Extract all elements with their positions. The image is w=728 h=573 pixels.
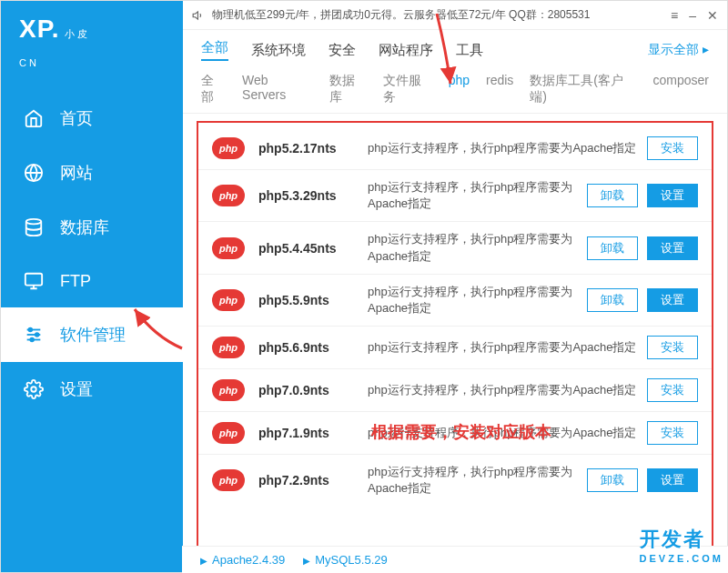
- php-icon: php: [212, 137, 245, 159]
- uninstall-button[interactable]: 卸载: [587, 288, 638, 312]
- sidebar-item-label: 软件管理: [60, 324, 126, 346]
- software-row: phpphp5.2.17ntsphp运行支持程序，执行php程序需要为Apach…: [198, 127, 712, 170]
- subtab-7[interactable]: composer: [653, 73, 709, 106]
- sidebar-item-globe[interactable]: 网站: [1, 146, 183, 200]
- status-bar: Apache2.4.39 MySQL5.5.29: [182, 546, 728, 573]
- action-buttons: 卸载设置: [587, 236, 698, 260]
- config-button[interactable]: 设置: [647, 236, 698, 260]
- sidebar-item-gear[interactable]: 设置: [1, 362, 183, 417]
- sliders-icon: [24, 325, 44, 345]
- monitor-icon: [24, 271, 44, 291]
- software-desc: php运行支持程序，执行php程序需要为Apache指定: [368, 382, 647, 398]
- speaker-icon: [192, 9, 205, 22]
- subtab-6[interactable]: 数据库工具(客户端): [530, 73, 636, 106]
- main-panel: 物理机低至299元/年，拼团成功0元得。云服务器低至72元/年 QQ群：2805…: [183, 1, 727, 572]
- subtab-4[interactable]: php: [449, 73, 470, 106]
- software-row: phpphp5.3.29ntsphp运行支持程序，执行php程序需要为Apach…: [198, 170, 712, 222]
- php-icon: php: [212, 185, 245, 206]
- action-buttons: 安装: [647, 378, 698, 402]
- sidebar: XP.小皮CN 首页网站数据库FTP软件管理设置: [1, 1, 183, 572]
- uninstall-button[interactable]: 卸载: [587, 184, 638, 207]
- sidebar-item-label: 网站: [60, 162, 93, 184]
- action-buttons: 安装: [647, 336, 698, 359]
- svg-point-9: [31, 387, 36, 392]
- tab-4[interactable]: 工具: [456, 42, 483, 59]
- install-button[interactable]: 安装: [647, 421, 698, 445]
- app-window: XP.小皮CN 首页网站数据库FTP软件管理设置 物理机低至299元/年，拼团成…: [0, 0, 728, 573]
- announcement: 物理机低至299元/年，拼团成功0元得。云服务器低至72元/年 QQ群：2805…: [192, 7, 671, 23]
- subtab-2[interactable]: 数据库: [329, 73, 367, 106]
- software-desc: php运行支持程序，执行php程序需要为Apache指定: [368, 425, 647, 441]
- install-button[interactable]: 安装: [647, 378, 698, 402]
- sidebar-item-home[interactable]: 首页: [1, 91, 183, 146]
- install-button[interactable]: 安装: [647, 136, 698, 160]
- uninstall-button[interactable]: 卸载: [587, 468, 638, 492]
- menu-icon[interactable]: ≡: [671, 8, 678, 23]
- subtab-3[interactable]: 文件服务: [383, 73, 432, 106]
- tab-3[interactable]: 网站程序: [379, 42, 433, 59]
- tab-0[interactable]: 全部: [201, 39, 228, 61]
- subtab-1[interactable]: Web Servers: [242, 73, 313, 106]
- software-name: php5.6.9nts: [258, 340, 368, 355]
- sidebar-item-label: FTP: [60, 272, 91, 291]
- sidebar-item-database[interactable]: 数据库: [1, 200, 183, 255]
- sidebar-item-label: 设置: [60, 378, 93, 400]
- svg-rect-2: [25, 274, 42, 286]
- php-icon: php: [212, 337, 245, 358]
- software-row: phpphp7.2.9ntsphp运行支持程序，执行php程序需要为Apache…: [198, 455, 712, 506]
- sidebar-item-monitor[interactable]: FTP: [1, 255, 183, 307]
- software-name: php5.3.29nts: [258, 188, 368, 203]
- software-row: phpphp7.1.9ntsphp运行支持程序，执行php程序需要为Apache…: [198, 412, 712, 455]
- uninstall-button[interactable]: 卸载: [587, 236, 638, 260]
- software-name: php5.5.9nts: [258, 293, 368, 307]
- software-row: phpphp7.0.9ntsphp运行支持程序，执行php程序需要为Apache…: [198, 369, 712, 412]
- software-desc: php运行支持程序，执行php程序需要为Apache指定: [368, 284, 587, 317]
- subtab-5[interactable]: redis: [486, 73, 513, 106]
- action-buttons: 卸载设置: [587, 184, 698, 207]
- software-row: phpphp5.4.45ntsphp运行支持程序，执行php程序需要为Apach…: [198, 222, 712, 274]
- svg-point-1: [26, 219, 42, 225]
- logo: XP.小皮CN: [1, 1, 183, 91]
- tab-2[interactable]: 安全: [329, 42, 356, 59]
- action-buttons: 卸载设置: [587, 468, 698, 492]
- software-name: php5.4.45nts: [258, 241, 368, 256]
- sidebar-item-label: 首页: [60, 107, 93, 129]
- main-tabs: 全部系统环境安全网站程序工具 显示全部 ▸: [183, 30, 727, 65]
- tab-1[interactable]: 系统环境: [251, 42, 306, 59]
- php-icon: php: [212, 237, 245, 259]
- globe-icon: [24, 163, 44, 183]
- action-buttons: 安装: [647, 421, 698, 445]
- software-name: php7.2.9nts: [258, 473, 368, 488]
- config-button[interactable]: 设置: [647, 288, 698, 312]
- database-icon: [24, 217, 44, 237]
- close-icon[interactable]: ✕: [707, 8, 718, 23]
- action-buttons: 安装: [647, 136, 698, 160]
- software-name: php5.2.17nts: [258, 141, 368, 156]
- minimize-icon[interactable]: –: [689, 8, 696, 23]
- subtab-0[interactable]: 全部: [201, 73, 226, 106]
- announcement-text: 物理机低至299元/年，拼团成功0元得。云服务器低至72元/年 QQ群：2805…: [212, 7, 590, 23]
- software-list: phpphp5.2.17ntsphp运行支持程序，执行php程序需要为Apach…: [197, 121, 713, 565]
- svg-point-7: [35, 333, 39, 337]
- software-desc: php运行支持程序，执行php程序需要为Apache指定: [368, 140, 647, 156]
- software-desc: php运行支持程序，执行php程序需要为Apache指定: [368, 231, 587, 264]
- php-icon: php: [212, 379, 245, 401]
- software-desc: php运行支持程序，执行php程序需要为Apache指定: [368, 179, 587, 212]
- sub-tabs: 全部Web Servers数据库文件服务phpredis数据库工具(客户端)co…: [183, 65, 727, 114]
- sidebar-item-label: 数据库: [60, 216, 109, 238]
- nav: 首页网站数据库FTP软件管理设置: [1, 91, 183, 417]
- home-icon: [24, 108, 44, 128]
- php-icon: php: [212, 469, 245, 491]
- service-apache[interactable]: Apache2.4.39: [200, 553, 285, 567]
- action-buttons: 卸载设置: [587, 288, 698, 312]
- config-button[interactable]: 设置: [647, 468, 698, 492]
- software-desc: php运行支持程序，执行php程序需要为Apache指定: [368, 464, 587, 497]
- software-name: php7.0.9nts: [258, 383, 368, 397]
- gear-icon: [24, 379, 44, 399]
- config-button[interactable]: 设置: [647, 184, 698, 207]
- service-mysql[interactable]: MySQL5.5.29: [303, 553, 388, 567]
- show-all-button[interactable]: 显示全部 ▸: [648, 42, 709, 58]
- sidebar-item-sliders[interactable]: 软件管理: [1, 307, 183, 362]
- topbar: 物理机低至299元/年，拼团成功0元得。云服务器低至72元/年 QQ群：2805…: [183, 1, 727, 30]
- install-button[interactable]: 安装: [647, 336, 698, 359]
